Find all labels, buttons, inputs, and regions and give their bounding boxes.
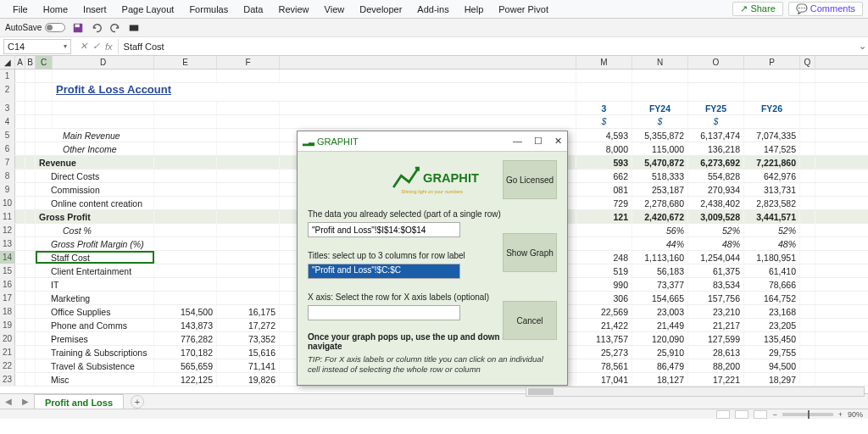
add-sheet-button[interactable]: + [131, 395, 144, 409]
cancel-icon[interactable]: ✕ [80, 41, 87, 52]
col-header[interactable]: N [632, 56, 688, 69]
xaxis-range-input[interactable] [308, 305, 460, 320]
minimize-icon[interactable]: — [513, 136, 522, 147]
row-header[interactable]: 17 [0, 292, 15, 304]
row-label[interactable]: Staff Cost [36, 251, 154, 264]
maximize-icon[interactable]: ☐ [534, 136, 542, 147]
show-graph-button[interactable]: Show Graph [503, 233, 557, 272]
row-header[interactable]: 19 [0, 319, 15, 331]
page-title[interactable]: Profit & Loss Account [53, 83, 576, 101]
col-header[interactable]: B [25, 56, 36, 69]
col-header[interactable]: A [15, 56, 25, 69]
tab-view[interactable]: View [317, 0, 353, 19]
close-icon[interactable]: ✕ [554, 136, 562, 147]
zoom-in-icon[interactable]: + [838, 410, 843, 419]
row-label[interactable]: Client Entertainment [36, 264, 154, 277]
row-label[interactable]: Online content creation [36, 197, 154, 209]
zoom-slider[interactable] [782, 413, 833, 416]
row-header[interactable]: 14 [0, 251, 15, 264]
fx-icon[interactable]: fx [105, 42, 113, 52]
autosave-toggle[interactable]: AutoSave [5, 23, 65, 32]
tab-powerpivot[interactable]: Power Pivot [491, 0, 556, 19]
row-header[interactable]: 7 [0, 156, 15, 169]
row-label[interactable]: Gross Profit [36, 210, 154, 223]
row-header[interactable]: 18 [0, 305, 15, 318]
row-header[interactable]: 6 [0, 142, 15, 155]
row-header[interactable]: 1 [0, 70, 15, 82]
row-label[interactable]: Premises [36, 332, 154, 345]
row-label[interactable]: IT [36, 278, 154, 291]
row-header[interactable]: 23 [0, 373, 15, 386]
horizontal-scrollbar[interactable] [526, 387, 865, 397]
tab-home[interactable]: Home [36, 0, 75, 19]
tab-page-layout[interactable]: Page Layout [114, 0, 182, 19]
tab-help[interactable]: Help [457, 0, 492, 19]
row-header[interactable]: 12 [0, 224, 15, 236]
undo-icon[interactable] [91, 22, 103, 34]
data-range-input[interactable] [308, 222, 460, 237]
sheet-tab-active[interactable]: Profit and Loss [34, 394, 124, 409]
redo-icon[interactable] [109, 22, 121, 34]
tab-nav-next-icon[interactable]: ▶ [17, 397, 34, 406]
row-label[interactable]: Phone and Comms [36, 319, 154, 331]
zoom-level[interactable]: 90% [848, 410, 863, 419]
tab-data[interactable]: Data [236, 0, 270, 19]
col-header[interactable]: E [154, 56, 217, 69]
tab-nav-prev-icon[interactable]: ◀ [0, 397, 17, 406]
titles-range-input[interactable]: "Profit and Loss"!$C:$C [308, 264, 460, 279]
row-header[interactable]: 11 [0, 210, 15, 223]
row-header[interactable]: 15 [0, 264, 15, 277]
row-header[interactable]: 9 [0, 183, 15, 196]
cancel-button[interactable]: Cancel [503, 301, 557, 340]
name-box[interactable]: C14▾ [3, 39, 71, 54]
tab-review[interactable]: Review [270, 0, 316, 19]
row-label[interactable]: Training & Subscriptions [36, 346, 154, 359]
addin-icon[interactable] [128, 22, 140, 34]
row-label[interactable]: Travel & Subsistence [36, 359, 154, 372]
zoom-out-icon[interactable]: − [772, 410, 776, 419]
row-label[interactable]: Office Supplies [36, 305, 154, 318]
row-header[interactable]: 20 [0, 332, 15, 345]
row-label[interactable]: Marketing [36, 292, 154, 304]
col-header[interactable]: C [36, 56, 53, 69]
row-label[interactable]: Gross Profit Margin (%) [36, 237, 154, 250]
page-break-view-icon[interactable] [754, 410, 767, 419]
comments-button[interactable]: 💬 Comments [788, 2, 863, 16]
row-header[interactable]: 13 [0, 237, 15, 250]
row-header[interactable]: 8 [0, 170, 15, 182]
go-licensed-button[interactable]: Go Licensed [503, 160, 557, 199]
tab-file[interactable]: File [5, 0, 36, 19]
row-header[interactable]: 21 [0, 346, 15, 359]
row-header[interactable]: 2 [0, 83, 15, 101]
row-header[interactable]: 4 [0, 115, 15, 128]
share-button[interactable]: ↗ Share [732, 2, 782, 16]
tab-developer[interactable]: Developer [352, 0, 409, 19]
col-header[interactable]: P [744, 56, 800, 69]
row-header[interactable]: 10 [0, 197, 15, 209]
page-layout-view-icon[interactable] [735, 410, 748, 419]
row-header[interactable]: 22 [0, 359, 15, 372]
select-all-cell[interactable]: ◢ [0, 56, 15, 69]
row-label[interactable]: Main Revenue [36, 129, 154, 142]
row-label[interactable]: Other Income [36, 142, 154, 155]
expand-formula-icon[interactable]: ⌄ [856, 41, 868, 52]
row-header[interactable]: 16 [0, 278, 15, 291]
tab-formulas[interactable]: Formulas [181, 0, 236, 19]
col-header[interactable]: O [688, 56, 744, 69]
save-icon[interactable] [72, 22, 84, 34]
row-label[interactable]: Misc [36, 373, 154, 386]
col-header[interactable]: D [53, 56, 154, 69]
tab-insert[interactable]: Insert [75, 0, 114, 19]
col-header[interactable]: M [576, 56, 632, 69]
formula-input[interactable]: Staff Cost [119, 42, 856, 52]
row-header[interactable]: 3 [0, 102, 15, 114]
row-label[interactable]: Commission [36, 183, 154, 196]
row-label[interactable]: Direct Costs [36, 170, 154, 182]
row-header[interactable]: 5 [0, 129, 15, 142]
enter-icon[interactable]: ✓ [92, 41, 100, 52]
tab-addins[interactable]: Add-ins [409, 0, 456, 19]
normal-view-icon[interactable] [716, 410, 730, 419]
row-label[interactable]: Revenue [36, 156, 154, 169]
dialog-titlebar[interactable]: ▂▃ GRAPHIT — ☐ ✕ [298, 131, 567, 152]
col-header[interactable]: F [217, 56, 280, 69]
